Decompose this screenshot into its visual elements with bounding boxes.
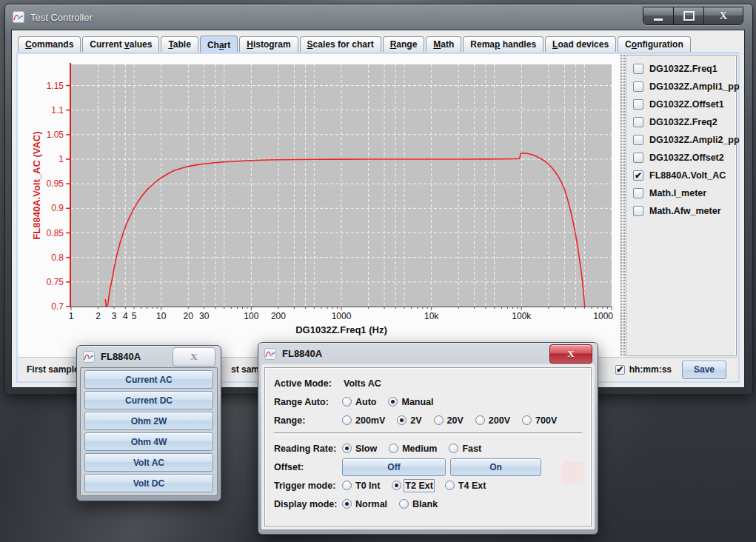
tab-table[interactable]: Table bbox=[161, 36, 198, 52]
separator bbox=[274, 432, 582, 435]
radio-20v[interactable]: 20V bbox=[434, 415, 464, 426]
settings-row-range-auto-: Range Auto:AutoManual bbox=[274, 392, 582, 411]
tab-label-mnemonic: C bbox=[25, 39, 32, 50]
series-checkbox[interactable] bbox=[633, 117, 643, 127]
tab-range[interactable]: Range bbox=[383, 36, 425, 52]
series-item-fl8840a-volt-ac[interactable]: ✔FL8840A.Volt_AC bbox=[633, 167, 736, 184]
tab-histogram[interactable]: Histogram bbox=[239, 36, 298, 52]
radio-icon[interactable] bbox=[434, 415, 444, 425]
dialog-title: FL8840A bbox=[282, 348, 322, 359]
close-button[interactable]: X bbox=[704, 7, 743, 24]
radio-icon[interactable] bbox=[342, 499, 352, 509]
tab-configuration[interactable]: Configuration bbox=[618, 36, 691, 52]
radio-slow[interactable]: Slow bbox=[342, 444, 377, 454]
x-tick-label: 10 bbox=[156, 311, 167, 321]
radio-icon[interactable] bbox=[342, 397, 352, 406]
settings-panel: Active Mode:Volts ACRange Auto:AutoManua… bbox=[264, 367, 592, 526]
radio-700v[interactable]: 700V bbox=[522, 415, 557, 426]
radio-icon[interactable] bbox=[449, 444, 458, 453]
row-value: Volts AC bbox=[344, 378, 381, 389]
y-tick-label: 0.9 bbox=[51, 203, 64, 213]
title-bar[interactable]: Test Controller bbox=[5, 4, 752, 30]
y-tick-label: 1.1 bbox=[51, 105, 64, 116]
series-checkbox[interactable] bbox=[633, 99, 643, 110]
save-button[interactable]: Save bbox=[682, 361, 726, 379]
time-format-checkbox[interactable]: ✔ bbox=[615, 365, 625, 375]
mode-button-ohm-2w[interactable]: Ohm 2W bbox=[84, 412, 213, 430]
radio-t0-int[interactable]: T0 Int bbox=[342, 481, 380, 491]
first-sample-label: First sample bbox=[27, 364, 79, 375]
radio-fast[interactable]: Fast bbox=[449, 444, 481, 454]
radio-icon[interactable] bbox=[399, 499, 409, 509]
series-item-dg1032z-offset1[interactable]: DG1032Z.Offset1 bbox=[633, 96, 736, 113]
radio-200mv[interactable]: 200mV bbox=[342, 415, 385, 426]
radio-label: Auto bbox=[355, 397, 376, 407]
mode-button-volt-ac[interactable]: Volt AC bbox=[84, 453, 213, 472]
radio-t2-ext[interactable]: T2 Ext bbox=[392, 481, 433, 491]
dialog-title: FL8840A bbox=[101, 351, 141, 362]
radio-icon[interactable] bbox=[397, 415, 407, 425]
splitter-handle[interactable] bbox=[620, 54, 626, 357]
mode-button-ohm-4w[interactable]: Ohm 4W bbox=[84, 432, 213, 451]
radio-medium[interactable]: Medium bbox=[389, 444, 437, 454]
minimize-button[interactable] bbox=[643, 7, 674, 24]
series-item-math-afw-meter[interactable]: Math.Afw_meter bbox=[633, 202, 736, 220]
series-checkbox[interactable] bbox=[633, 206, 643, 216]
radio-icon[interactable] bbox=[388, 397, 398, 406]
tab-chart[interactable]: Chart bbox=[200, 36, 238, 53]
x-tick-label: 3 bbox=[112, 311, 117, 321]
maximize-button[interactable] bbox=[674, 7, 704, 24]
offset-off-button[interactable]: Off bbox=[342, 458, 446, 476]
radio-icon[interactable] bbox=[389, 444, 398, 453]
series-item-dg1032z-freq1[interactable]: DG1032Z.Freq1 bbox=[633, 60, 736, 78]
radio-icon[interactable] bbox=[445, 481, 455, 490]
radio-2v[interactable]: 2V bbox=[397, 415, 421, 426]
series-checkbox[interactable] bbox=[633, 188, 643, 198]
tab-label: ange bbox=[396, 39, 417, 50]
radio-icon[interactable] bbox=[475, 415, 485, 425]
y-tick-label: 0.85 bbox=[47, 228, 64, 238]
series-checkbox[interactable] bbox=[633, 81, 643, 92]
series-item-dg1032z-freq2[interactable]: DG1032Z.Freq2 bbox=[633, 113, 736, 131]
dialog-title-bar[interactable]: FL8840A X bbox=[261, 343, 595, 364]
series-item-dg1032z-ampli1-pp[interactable]: DG1032Z.Ampli1_pp bbox=[633, 78, 736, 96]
radio-auto[interactable]: Auto bbox=[342, 397, 376, 407]
radio-manual[interactable]: Manual bbox=[388, 397, 433, 407]
radio-label: 700V bbox=[535, 415, 557, 426]
radio-icon[interactable] bbox=[342, 444, 352, 453]
mode-button-current-ac[interactable]: Current AC bbox=[84, 370, 213, 389]
tab-current-values[interactable]: Current values bbox=[82, 36, 159, 52]
tab-load-devices[interactable]: Load devices bbox=[545, 36, 616, 52]
series-label: Math.Afw_meter bbox=[649, 206, 721, 216]
tab-label: rt bbox=[224, 40, 231, 50]
series-item-dg1032z-offset2[interactable]: DG1032Z.Offset2 bbox=[633, 149, 736, 167]
x-tick-label: 1000 bbox=[593, 311, 613, 321]
radio-icon[interactable] bbox=[342, 415, 352, 425]
series-checkbox[interactable] bbox=[633, 64, 643, 74]
series-checkbox[interactable]: ✔ bbox=[633, 170, 643, 181]
radio-blank[interactable]: Blank bbox=[399, 499, 438, 509]
series-item-dg1032z-ampli2-pp[interactable]: DG1032Z.Ampli2_pp bbox=[633, 131, 736, 149]
radio-200v[interactable]: 200V bbox=[475, 415, 510, 426]
x-tick-label: 5 bbox=[132, 311, 137, 321]
tab-label: istogram bbox=[253, 39, 291, 50]
dialog-title-bar[interactable]: FL8840A X bbox=[80, 346, 218, 367]
series-item-math-i-meter[interactable]: Math.I_meter bbox=[633, 184, 736, 202]
series-checkbox[interactable] bbox=[633, 153, 643, 163]
radio-icon[interactable] bbox=[522, 415, 532, 425]
dialog-close-button[interactable]: X bbox=[549, 344, 592, 364]
radio-icon[interactable] bbox=[392, 481, 401, 490]
radio-t4-ext[interactable]: T4 Ext bbox=[445, 481, 486, 491]
series-checkbox[interactable] bbox=[633, 135, 643, 145]
radio-icon[interactable] bbox=[342, 481, 352, 490]
tab-remap-handles[interactable]: Remap handles bbox=[463, 36, 543, 52]
mode-button-current-dc[interactable]: Current DC bbox=[84, 391, 213, 409]
tab-commands[interactable]: Commands bbox=[18, 36, 81, 52]
tab-math[interactable]: Math bbox=[426, 36, 461, 52]
x-tick-label: 4 bbox=[123, 311, 128, 321]
mode-button-volt-dc[interactable]: Volt DC bbox=[84, 474, 213, 492]
offset-on-button[interactable]: On bbox=[450, 458, 541, 476]
dialog-close-button[interactable]: X bbox=[173, 347, 215, 367]
tab-scales-for-chart[interactable]: Scales for chart bbox=[300, 36, 381, 52]
radio-normal[interactable]: Normal bbox=[342, 499, 387, 509]
